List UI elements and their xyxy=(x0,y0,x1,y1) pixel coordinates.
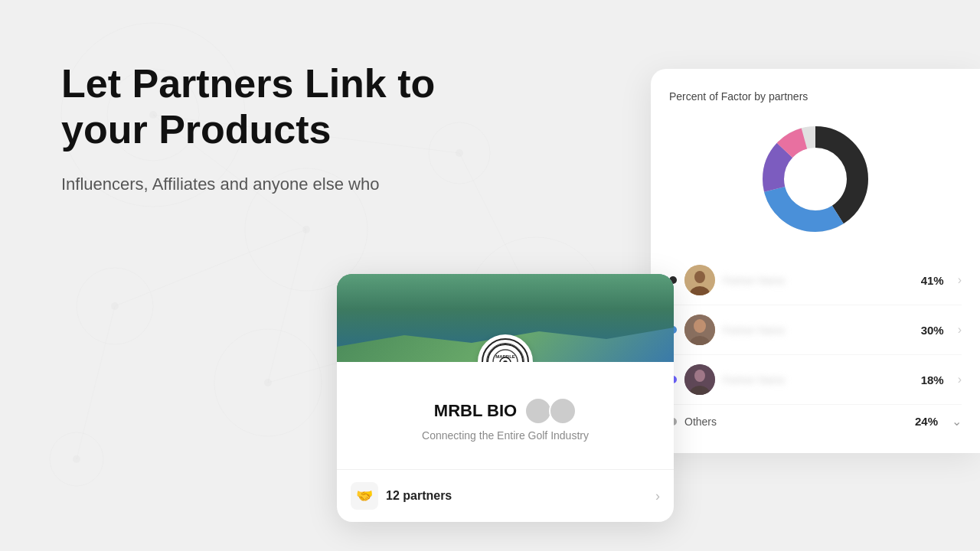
svg-line-8 xyxy=(115,230,306,306)
partner-name-3: Partner Name xyxy=(723,374,913,386)
svg-point-35 xyxy=(694,271,705,283)
svg-point-26 xyxy=(503,360,508,362)
partner-pct-1: 41% xyxy=(921,274,944,287)
svg-text:MARBLE: MARBLE xyxy=(495,354,515,359)
svg-point-25 xyxy=(500,357,511,362)
partner-name-2: Partner Name xyxy=(723,324,913,336)
svg-point-23 xyxy=(493,350,518,362)
hero-content: Let Partners Link to your Products Influ… xyxy=(61,61,435,197)
svg-point-18 xyxy=(264,379,272,386)
partner-avatar-2 xyxy=(684,315,715,345)
chevron-partner-3: › xyxy=(958,373,962,386)
partner-item-2[interactable]: Partner Name 30% › xyxy=(669,305,962,355)
svg-point-21 xyxy=(73,455,80,463)
partner-list: Partner Name 41% › Partner Name 30% › Pa… xyxy=(669,256,962,438)
partner-avatar-1 xyxy=(684,265,715,295)
others-item[interactable]: Others 24% ⌄ xyxy=(669,405,962,438)
avatar-2 xyxy=(549,397,577,425)
golf-card-subtitle: Connecting the Entire Golf Industry xyxy=(355,429,655,442)
others-label: Others xyxy=(684,416,907,428)
golf-card-title: MRBL BIO xyxy=(355,397,655,425)
others-pct: 24% xyxy=(915,415,938,428)
svg-point-19 xyxy=(456,149,463,157)
chevron-right-icon: › xyxy=(655,488,660,504)
chevron-partner-2: › xyxy=(958,323,962,337)
partners-text: 12 partners xyxy=(386,489,452,503)
chevron-down-icon: ⌄ xyxy=(952,414,962,429)
svg-line-14 xyxy=(77,306,115,459)
partner-avatar-3 xyxy=(684,364,715,395)
svg-point-16 xyxy=(302,226,310,233)
partner-item-3[interactable]: Partner Name 18% › xyxy=(669,355,962,405)
partner-pct-3: 18% xyxy=(921,373,944,386)
avatar-group xyxy=(524,397,577,425)
partner-pct-2: 30% xyxy=(921,324,944,337)
svg-point-22 xyxy=(488,344,523,362)
partners-left: 🤝 12 partners xyxy=(351,482,452,510)
chevron-partner-1: › xyxy=(958,273,962,287)
partner-item-1[interactable]: Partner Name 41% › xyxy=(669,256,962,305)
chart-area xyxy=(669,118,962,240)
golf-card: MARBLE GOLF MRBL BIO Connecting the Enti… xyxy=(337,274,674,522)
svg-point-38 xyxy=(694,319,706,333)
svg-point-41 xyxy=(694,370,705,382)
donut-chart xyxy=(754,118,877,240)
sub-heading: Influencers, Affiliates and anyone else … xyxy=(61,171,435,197)
partner-name-1: Partner Name xyxy=(723,275,913,286)
golf-card-image: MARBLE GOLF xyxy=(337,274,674,362)
right-panel: Percent of Factor by partners xyxy=(651,69,980,453)
panel-title: Percent of Factor by partners xyxy=(669,90,962,103)
handshake-icon: 🤝 xyxy=(351,482,378,510)
avatar-1 xyxy=(524,397,552,425)
partners-row[interactable]: 🤝 12 partners › xyxy=(337,469,674,522)
golf-card-body: MRBL BIO Connecting the Entire Golf Indu… xyxy=(337,362,674,469)
svg-point-17 xyxy=(111,302,119,310)
main-heading: Let Partners Link to your Products xyxy=(61,61,435,153)
svg-line-9 xyxy=(268,230,306,383)
golf-logo-inner: MARBLE GOLF xyxy=(482,338,529,362)
svg-point-33 xyxy=(786,150,844,208)
